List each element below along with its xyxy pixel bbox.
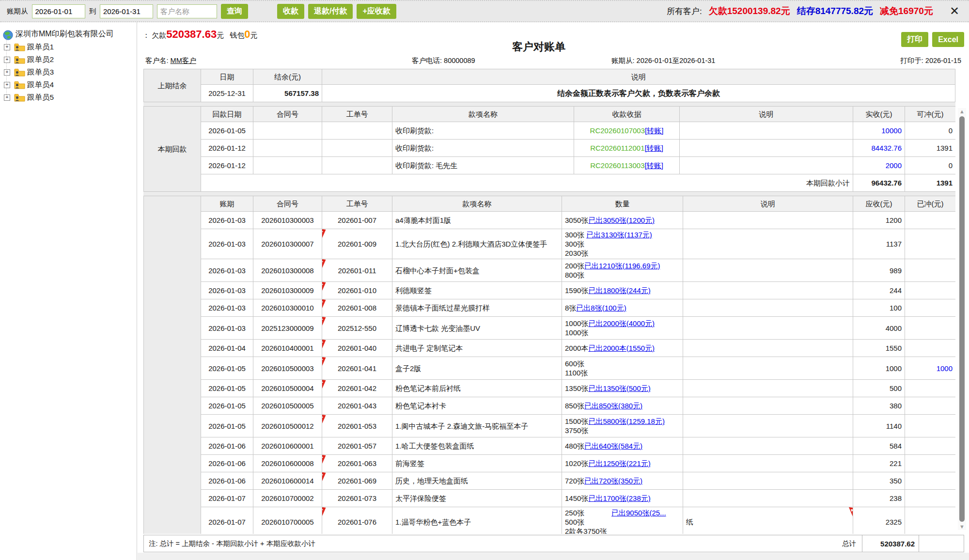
cell-receivable: 380 <box>853 397 905 415</box>
section-spacer <box>143 192 955 196</box>
red-flag-icon <box>322 507 327 517</box>
qty-text: 250张 <box>565 509 584 517</box>
scroll-thumb[interactable] <box>959 116 965 522</box>
cell-workorder: 202601-053 <box>322 415 392 437</box>
receipt-link[interactable]: RC20260107003 <box>590 126 645 135</box>
qty-text: 1020张 <box>565 459 588 467</box>
qty-text: 2款各3750张 <box>565 527 607 534</box>
period-from-input[interactable] <box>32 4 85 18</box>
issued-qty-link[interactable]: 已出1250张(221元) <box>588 459 650 467</box>
cell-qty: 1450张已出1700张(238元) <box>562 490 683 507</box>
qty-text: 500张 <box>565 518 584 526</box>
customer-name-input[interactable] <box>157 4 217 18</box>
table-row: 2026-01-052026010500005202601-043粉色笔记本衬卡… <box>144 397 956 415</box>
received-amount-link[interactable]: 84432.76 <box>871 144 902 152</box>
cell-date: 2026-01-06 <box>201 437 253 455</box>
issued-qty-link[interactable]: 已出8张(100元) <box>576 304 626 312</box>
received-amount-link[interactable]: 2000 <box>886 161 902 170</box>
issued-qty-link[interactable]: 已出9050张(25... <box>611 509 666 517</box>
payments-subtotal-row: 本期回款小计96432.761391 <box>144 174 956 192</box>
refund-pay-button[interactable]: 退款/付款 <box>308 4 353 19</box>
excel-button[interactable]: Excel <box>932 32 964 47</box>
cell-date: 2026-01-06 <box>201 455 253 472</box>
issued-qty-link[interactable]: 已出1350张(500元) <box>588 384 650 392</box>
query-button[interactable]: 查询 <box>221 4 248 19</box>
issued-qty-link[interactable]: 已出850张(380元) <box>584 402 642 410</box>
issued-qty-link[interactable]: 已出640张(584元) <box>584 442 642 450</box>
table-row: 2026-01-032025123000009202512-550辽博透卡七款 … <box>144 317 956 340</box>
issued-qty-link[interactable]: 已出2000本(1550元) <box>588 344 655 352</box>
sidebar-item-salesperson-2[interactable]: +跟单员2 <box>0 53 137 66</box>
issued-qty-link[interactable]: 已出5800张(1259.18元) <box>588 417 665 425</box>
issued-qty-link[interactable]: 已出720张(350元) <box>584 477 642 485</box>
cell-offset[interactable]: 1000 <box>905 357 956 380</box>
expand-icon[interactable]: + <box>4 44 10 50</box>
cell-qty: 720张已出720张(350元) <box>562 472 683 490</box>
sidebar-item-label: 跟单员4 <box>27 80 54 90</box>
cell-offset <box>905 380 956 397</box>
cell-workorder: 202601-057 <box>322 437 392 455</box>
receive-payment-button[interactable]: 收款 <box>277 4 304 19</box>
sidebar-item-salesperson-5[interactable]: +跟单员5 <box>0 91 137 104</box>
expand-icon[interactable]: + <box>4 94 10 101</box>
red-flag-icon <box>848 507 853 517</box>
cell-workorder: 202601-008 <box>322 299 392 317</box>
cell-desc <box>683 340 853 357</box>
table-scrollbar[interactable]: ▲ ▼ <box>958 108 966 530</box>
scroll-up-icon[interactable]: ▲ <box>959 108 965 115</box>
issued-qty-link[interactable]: 已出1800张(244元) <box>588 286 650 295</box>
cell-offset <box>905 340 956 357</box>
sidebar-item-salesperson-1[interactable]: +跟单员1 <box>0 41 137 53</box>
receipt-link[interactable]: RC20260113003 <box>590 161 644 170</box>
qty-text: 1100张 <box>565 369 588 377</box>
issued-qty-link[interactable]: 已出1700张(238元) <box>588 494 650 502</box>
column-header: 款项名称 <box>392 107 574 122</box>
issued-qty-link[interactable]: 已出1210张(1196.69元) <box>584 262 660 270</box>
receipt-link[interactable]: RC20260112001 <box>590 144 644 152</box>
sidebar-item-company[interactable]: 深圳市MM印刷包装有限公司 <box>0 28 137 40</box>
cell-item: 收印刷货款: <box>392 122 574 140</box>
salesperson-folder-icon <box>14 93 25 102</box>
scroll-down-icon[interactable]: ▼ <box>959 523 965 530</box>
table-row: 2026-01-072026010700005202601-0761.温哥华粉色… <box>144 507 956 534</box>
print-button[interactable]: 打印 <box>901 32 928 47</box>
transfer-tag-link[interactable]: [转账] <box>644 161 663 170</box>
cell-receivable: 1200 <box>853 212 905 229</box>
salesperson-tree-sidebar: 深圳市MM印刷包装有限公司 +跟单员1+跟单员2+跟单员3+跟单员4+跟单员5 <box>0 22 137 560</box>
bottom-strip <box>138 553 969 560</box>
expand-icon[interactable]: + <box>4 57 10 63</box>
period-to-input[interactable] <box>100 4 153 18</box>
transfer-tag-link[interactable]: [转账] <box>645 126 663 135</box>
add-receivable-button[interactable]: +应收款 <box>357 4 396 19</box>
cell-offset <box>905 455 956 472</box>
cell-receivable: 584 <box>853 437 905 455</box>
issued-qty-link[interactable]: 已出2000张(4000元) <box>588 319 655 327</box>
received-amount-link[interactable]: 10000 <box>881 126 902 135</box>
transfer-tag-link[interactable]: [转账] <box>644 144 663 152</box>
red-flag-icon <box>322 415 327 425</box>
printed-date-field: 打印于: 2026-01-15 <box>900 56 961 65</box>
cell-workorder <box>322 157 392 174</box>
subtotal-offsetable: 1391 <box>905 174 956 192</box>
qty-text: 600张 <box>565 359 584 368</box>
cell-offsetable: 1391 <box>905 140 956 157</box>
sidebar-item-label: 跟单员5 <box>27 93 54 103</box>
globe-icon <box>3 30 13 38</box>
sidebar-item-salesperson-3[interactable]: +跟单员3 <box>0 66 137 78</box>
close-icon[interactable]: ✕ <box>950 5 959 17</box>
issued-qty-link[interactable]: 已出3050张(1200元) <box>588 216 655 224</box>
expand-icon[interactable]: + <box>4 82 10 88</box>
cell-item: 粉色笔记本前后衬纸 <box>392 380 562 397</box>
cell-date: 2026-01-04 <box>201 340 253 357</box>
cell-desc <box>683 397 853 415</box>
yuan-label: 元 <box>250 31 258 39</box>
expand-icon[interactable]: + <box>4 69 10 76</box>
sidebar-item-salesperson-4[interactable]: +跟单员4 <box>0 78 137 91</box>
cell-receivable: 500 <box>853 380 905 397</box>
cell-receivable: 1137 <box>853 229 905 259</box>
red-flag-icon <box>322 229 327 239</box>
receivables-table: 账期 合同号 工单号 款项名称 数量 说明 应收(元) 已冲(元) 2026-0… <box>143 196 955 534</box>
issued-qty-link[interactable]: 已出3130张(1137元) <box>586 231 652 239</box>
cell-contract: 2026010700002 <box>253 490 322 507</box>
cell-desc <box>683 259 853 282</box>
